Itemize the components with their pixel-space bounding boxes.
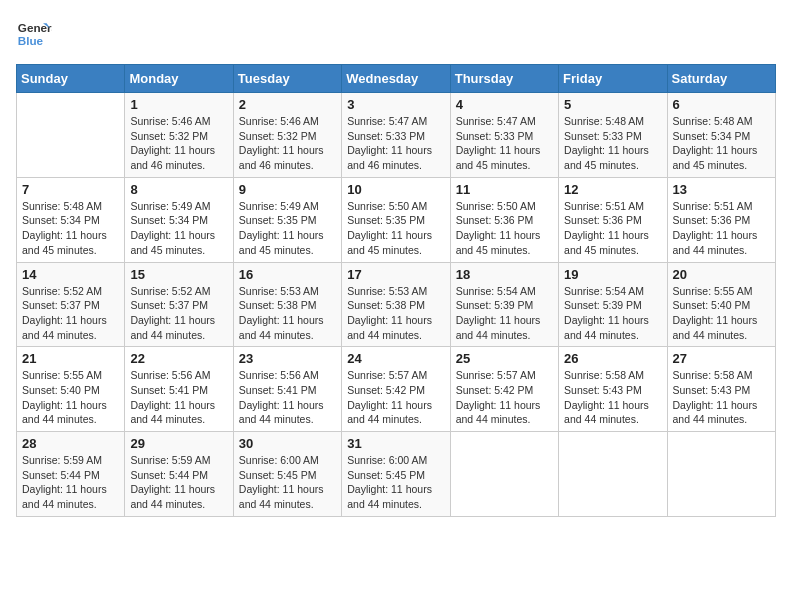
calendar-cell: 23Sunrise: 5:56 AMSunset: 5:41 PMDayligh… bbox=[233, 347, 341, 432]
svg-text:General: General bbox=[18, 21, 52, 34]
day-info: Sunrise: 5:53 AMSunset: 5:38 PMDaylight:… bbox=[239, 284, 336, 343]
calendar-cell bbox=[559, 432, 667, 517]
day-number: 16 bbox=[239, 267, 336, 282]
calendar-cell: 19Sunrise: 5:54 AMSunset: 5:39 PMDayligh… bbox=[559, 262, 667, 347]
day-number: 18 bbox=[456, 267, 553, 282]
calendar-cell: 27Sunrise: 5:58 AMSunset: 5:43 PMDayligh… bbox=[667, 347, 775, 432]
calendar-cell bbox=[17, 93, 125, 178]
day-info: Sunrise: 5:58 AMSunset: 5:43 PMDaylight:… bbox=[564, 368, 661, 427]
day-number: 23 bbox=[239, 351, 336, 366]
day-info: Sunrise: 5:52 AMSunset: 5:37 PMDaylight:… bbox=[22, 284, 119, 343]
calendar-cell: 25Sunrise: 5:57 AMSunset: 5:42 PMDayligh… bbox=[450, 347, 558, 432]
day-number: 30 bbox=[239, 436, 336, 451]
day-info: Sunrise: 5:53 AMSunset: 5:38 PMDaylight:… bbox=[347, 284, 444, 343]
day-info: Sunrise: 5:49 AMSunset: 5:35 PMDaylight:… bbox=[239, 199, 336, 258]
calendar-cell: 4Sunrise: 5:47 AMSunset: 5:33 PMDaylight… bbox=[450, 93, 558, 178]
day-info: Sunrise: 5:47 AMSunset: 5:33 PMDaylight:… bbox=[347, 114, 444, 173]
day-info: Sunrise: 5:57 AMSunset: 5:42 PMDaylight:… bbox=[456, 368, 553, 427]
day-number: 15 bbox=[130, 267, 227, 282]
day-info: Sunrise: 5:48 AMSunset: 5:34 PMDaylight:… bbox=[22, 199, 119, 258]
calendar-cell: 26Sunrise: 5:58 AMSunset: 5:43 PMDayligh… bbox=[559, 347, 667, 432]
calendar-cell: 30Sunrise: 6:00 AMSunset: 5:45 PMDayligh… bbox=[233, 432, 341, 517]
day-info: Sunrise: 5:59 AMSunset: 5:44 PMDaylight:… bbox=[22, 453, 119, 512]
calendar-cell: 21Sunrise: 5:55 AMSunset: 5:40 PMDayligh… bbox=[17, 347, 125, 432]
calendar-cell: 29Sunrise: 5:59 AMSunset: 5:44 PMDayligh… bbox=[125, 432, 233, 517]
calendar-cell: 18Sunrise: 5:54 AMSunset: 5:39 PMDayligh… bbox=[450, 262, 558, 347]
day-number: 25 bbox=[456, 351, 553, 366]
calendar-cell: 24Sunrise: 5:57 AMSunset: 5:42 PMDayligh… bbox=[342, 347, 450, 432]
day-info: Sunrise: 5:58 AMSunset: 5:43 PMDaylight:… bbox=[673, 368, 770, 427]
day-info: Sunrise: 5:59 AMSunset: 5:44 PMDaylight:… bbox=[130, 453, 227, 512]
calendar-cell: 14Sunrise: 5:52 AMSunset: 5:37 PMDayligh… bbox=[17, 262, 125, 347]
day-info: Sunrise: 5:47 AMSunset: 5:33 PMDaylight:… bbox=[456, 114, 553, 173]
day-number: 11 bbox=[456, 182, 553, 197]
calendar-cell: 8Sunrise: 5:49 AMSunset: 5:34 PMDaylight… bbox=[125, 177, 233, 262]
calendar-cell: 22Sunrise: 5:56 AMSunset: 5:41 PMDayligh… bbox=[125, 347, 233, 432]
day-number: 27 bbox=[673, 351, 770, 366]
header-cell-wednesday: Wednesday bbox=[342, 65, 450, 93]
calendar-cell: 20Sunrise: 5:55 AMSunset: 5:40 PMDayligh… bbox=[667, 262, 775, 347]
day-info: Sunrise: 5:52 AMSunset: 5:37 PMDaylight:… bbox=[130, 284, 227, 343]
day-info: Sunrise: 5:46 AMSunset: 5:32 PMDaylight:… bbox=[130, 114, 227, 173]
calendar-cell: 1Sunrise: 5:46 AMSunset: 5:32 PMDaylight… bbox=[125, 93, 233, 178]
day-info: Sunrise: 6:00 AMSunset: 5:45 PMDaylight:… bbox=[347, 453, 444, 512]
header-cell-saturday: Saturday bbox=[667, 65, 775, 93]
day-number: 8 bbox=[130, 182, 227, 197]
calendar-table: SundayMondayTuesdayWednesdayThursdayFrid… bbox=[16, 64, 776, 517]
calendar-body: 1Sunrise: 5:46 AMSunset: 5:32 PMDaylight… bbox=[17, 93, 776, 517]
day-info: Sunrise: 5:48 AMSunset: 5:34 PMDaylight:… bbox=[673, 114, 770, 173]
week-row-5: 28Sunrise: 5:59 AMSunset: 5:44 PMDayligh… bbox=[17, 432, 776, 517]
calendar-cell: 31Sunrise: 6:00 AMSunset: 5:45 PMDayligh… bbox=[342, 432, 450, 517]
day-info: Sunrise: 5:49 AMSunset: 5:34 PMDaylight:… bbox=[130, 199, 227, 258]
header-cell-sunday: Sunday bbox=[17, 65, 125, 93]
calendar-cell: 11Sunrise: 5:50 AMSunset: 5:36 PMDayligh… bbox=[450, 177, 558, 262]
day-number: 9 bbox=[239, 182, 336, 197]
calendar-cell: 9Sunrise: 5:49 AMSunset: 5:35 PMDaylight… bbox=[233, 177, 341, 262]
day-number: 14 bbox=[22, 267, 119, 282]
header: General Blue bbox=[16, 16, 776, 52]
day-number: 20 bbox=[673, 267, 770, 282]
week-row-1: 1Sunrise: 5:46 AMSunset: 5:32 PMDaylight… bbox=[17, 93, 776, 178]
day-info: Sunrise: 5:55 AMSunset: 5:40 PMDaylight:… bbox=[673, 284, 770, 343]
header-cell-monday: Monday bbox=[125, 65, 233, 93]
day-number: 6 bbox=[673, 97, 770, 112]
day-number: 12 bbox=[564, 182, 661, 197]
day-number: 10 bbox=[347, 182, 444, 197]
day-number: 3 bbox=[347, 97, 444, 112]
day-number: 13 bbox=[673, 182, 770, 197]
header-row: SundayMondayTuesdayWednesdayThursdayFrid… bbox=[17, 65, 776, 93]
header-cell-tuesday: Tuesday bbox=[233, 65, 341, 93]
day-info: Sunrise: 5:54 AMSunset: 5:39 PMDaylight:… bbox=[564, 284, 661, 343]
day-info: Sunrise: 5:54 AMSunset: 5:39 PMDaylight:… bbox=[456, 284, 553, 343]
day-number: 7 bbox=[22, 182, 119, 197]
calendar-cell: 13Sunrise: 5:51 AMSunset: 5:36 PMDayligh… bbox=[667, 177, 775, 262]
day-number: 2 bbox=[239, 97, 336, 112]
day-number: 4 bbox=[456, 97, 553, 112]
day-info: Sunrise: 5:51 AMSunset: 5:36 PMDaylight:… bbox=[564, 199, 661, 258]
logo-icon: General Blue bbox=[16, 16, 52, 52]
calendar-cell bbox=[667, 432, 775, 517]
calendar-cell: 3Sunrise: 5:47 AMSunset: 5:33 PMDaylight… bbox=[342, 93, 450, 178]
logo: General Blue bbox=[16, 16, 52, 52]
calendar-cell: 2Sunrise: 5:46 AMSunset: 5:32 PMDaylight… bbox=[233, 93, 341, 178]
day-info: Sunrise: 5:50 AMSunset: 5:36 PMDaylight:… bbox=[456, 199, 553, 258]
day-number: 21 bbox=[22, 351, 119, 366]
calendar-cell: 10Sunrise: 5:50 AMSunset: 5:35 PMDayligh… bbox=[342, 177, 450, 262]
calendar-cell: 6Sunrise: 5:48 AMSunset: 5:34 PMDaylight… bbox=[667, 93, 775, 178]
day-info: Sunrise: 6:00 AMSunset: 5:45 PMDaylight:… bbox=[239, 453, 336, 512]
calendar-cell: 5Sunrise: 5:48 AMSunset: 5:33 PMDaylight… bbox=[559, 93, 667, 178]
calendar-cell: 28Sunrise: 5:59 AMSunset: 5:44 PMDayligh… bbox=[17, 432, 125, 517]
calendar-cell: 17Sunrise: 5:53 AMSunset: 5:38 PMDayligh… bbox=[342, 262, 450, 347]
week-row-4: 21Sunrise: 5:55 AMSunset: 5:40 PMDayligh… bbox=[17, 347, 776, 432]
day-number: 29 bbox=[130, 436, 227, 451]
calendar-cell: 7Sunrise: 5:48 AMSunset: 5:34 PMDaylight… bbox=[17, 177, 125, 262]
day-info: Sunrise: 5:50 AMSunset: 5:35 PMDaylight:… bbox=[347, 199, 444, 258]
calendar-cell: 12Sunrise: 5:51 AMSunset: 5:36 PMDayligh… bbox=[559, 177, 667, 262]
day-info: Sunrise: 5:46 AMSunset: 5:32 PMDaylight:… bbox=[239, 114, 336, 173]
calendar-cell: 15Sunrise: 5:52 AMSunset: 5:37 PMDayligh… bbox=[125, 262, 233, 347]
day-info: Sunrise: 5:51 AMSunset: 5:36 PMDaylight:… bbox=[673, 199, 770, 258]
day-info: Sunrise: 5:56 AMSunset: 5:41 PMDaylight:… bbox=[239, 368, 336, 427]
calendar-header: SundayMondayTuesdayWednesdayThursdayFrid… bbox=[17, 65, 776, 93]
calendar-cell: 16Sunrise: 5:53 AMSunset: 5:38 PMDayligh… bbox=[233, 262, 341, 347]
day-info: Sunrise: 5:57 AMSunset: 5:42 PMDaylight:… bbox=[347, 368, 444, 427]
